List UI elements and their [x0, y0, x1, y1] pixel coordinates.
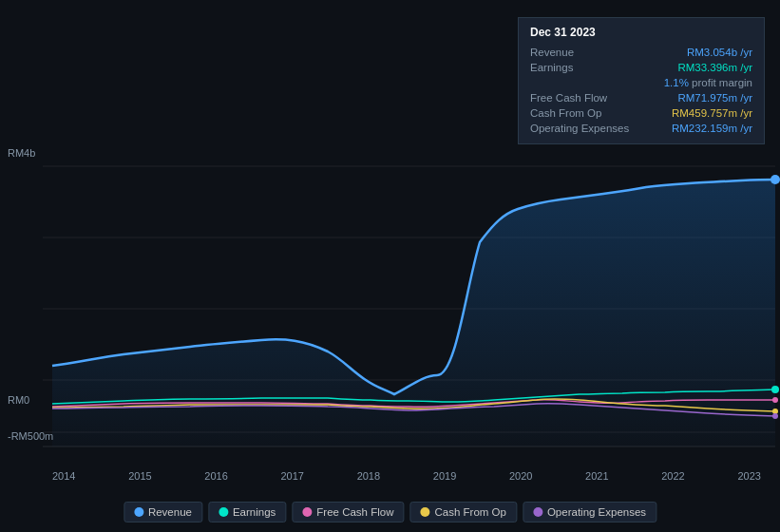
chart-legend: Revenue Earnings Free Cash Flow Cash Fro…	[124, 502, 656, 522]
tooltip-row-cashfromop: Cash From Op RM459.757m /yr	[530, 105, 752, 121]
tooltip-row-fcf: Free Cash Flow RM71.975m /yr	[530, 90, 752, 105]
y-axis-label-rm0: RM0	[8, 394, 29, 406]
y-axis-label-rmneg500m: -RM500m	[8, 430, 53, 442]
y-axis-label-rm4b: RM4b	[8, 147, 35, 159]
tooltip-row-earnings: Earnings RM33.396m /yr	[530, 60, 752, 75]
legend-label-revenue: Revenue	[148, 506, 192, 518]
tooltip-value-cashfromop: RM459.757m /yr	[672, 107, 752, 119]
legend-item-revenue[interactable]: Revenue	[124, 502, 202, 522]
tooltip-label-earnings: Earnings	[530, 62, 635, 73]
tooltip-label-opex: Operating Expenses	[530, 123, 635, 134]
legend-label-opex: Operating Expenses	[547, 506, 646, 518]
x-label-2018: 2018	[357, 470, 380, 482]
tooltip-date: Dec 31 2023	[530, 26, 752, 39]
tooltip-label-revenue: Revenue	[530, 47, 635, 58]
legend-item-fcf[interactable]: Free Cash Flow	[292, 502, 404, 522]
x-label-2020: 2020	[509, 470, 532, 482]
legend-label-earnings: Earnings	[233, 506, 276, 518]
x-label-2023: 2023	[737, 470, 760, 482]
x-label-2016: 2016	[204, 470, 227, 482]
tooltip-card: Dec 31 2023 Revenue RM3.054b /yr Earning…	[518, 17, 765, 144]
svg-point-6	[771, 386, 779, 393]
x-label-2017: 2017	[280, 470, 303, 482]
tooltip-value-earnings: RM33.396m /yr	[677, 62, 752, 73]
tooltip-value-opex: RM232.159m /yr	[672, 123, 752, 134]
x-axis: 2014 2015 2016 2017 2018 2019 2020 2021 …	[52, 466, 761, 482]
legend-dot-revenue	[134, 507, 143, 517]
legend-item-cashfromop[interactable]: Cash From Op	[409, 502, 516, 522]
tooltip-row-profit-margin: 1.1% profit margin	[530, 75, 752, 90]
tooltip-row-revenue: Revenue RM3.054b /yr	[530, 45, 752, 60]
tooltip-row-opex: Operating Expenses RM232.159m /yr	[530, 121, 752, 136]
chart-container: RM4b RM0 -RM500m Dec 31 2023 Revenue RM3…	[0, 0, 780, 532]
tooltip-value-fcf: RM71.975m /yr	[677, 92, 752, 104]
legend-dot-fcf	[302, 507, 312, 517]
legend-dot-opex	[533, 507, 542, 517]
tooltip-label-fcf: Free Cash Flow	[530, 92, 635, 104]
legend-item-opex[interactable]: Operating Expenses	[523, 502, 656, 522]
legend-item-earnings[interactable]: Earnings	[208, 502, 286, 522]
tooltip-value-profit-margin: 1.1% profit margin	[664, 77, 752, 88]
svg-point-5	[770, 175, 780, 184]
legend-label-fcf: Free Cash Flow	[316, 506, 393, 518]
svg-point-9	[772, 413, 778, 419]
tooltip-value-revenue: RM3.054b /yr	[687, 47, 752, 58]
legend-dot-earnings	[219, 507, 228, 517]
legend-dot-cashfromop	[420, 507, 429, 517]
x-label-2021: 2021	[585, 470, 608, 482]
x-label-2019: 2019	[433, 470, 456, 482]
x-label-2015: 2015	[128, 470, 151, 482]
legend-label-cashfromop: Cash From Op	[434, 506, 505, 518]
x-label-2014: 2014	[52, 470, 75, 482]
svg-point-7	[772, 397, 778, 403]
tooltip-label-cashfromop: Cash From Op	[530, 107, 635, 119]
x-label-2022: 2022	[661, 470, 684, 482]
